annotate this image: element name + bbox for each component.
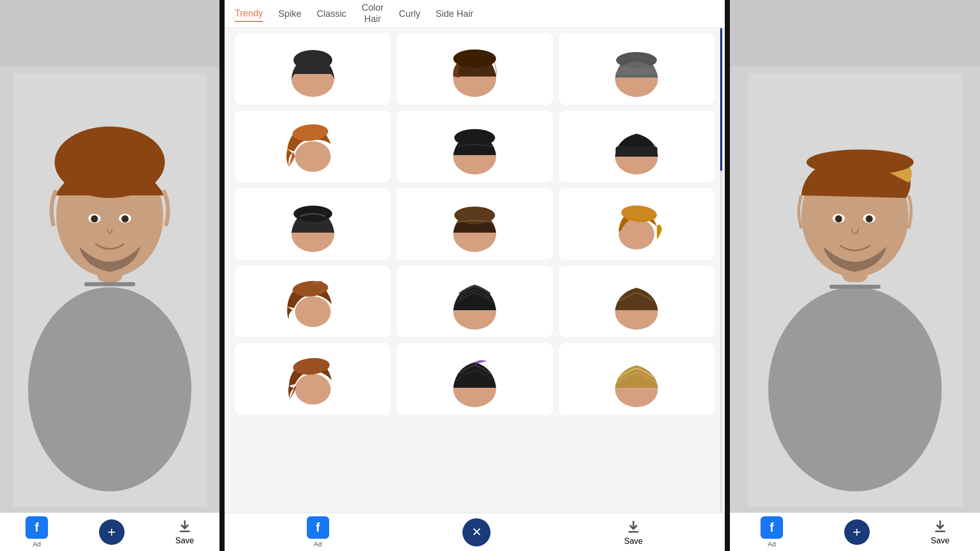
svg-point-9 — [91, 215, 98, 222]
center-fb-icon[interactable]: f — [307, 516, 329, 539]
center-close-button[interactable]: ✕ — [462, 518, 491, 546]
svg-point-46 — [806, 149, 914, 175]
left-person-illustration — [13, 73, 207, 507]
svg-point-19 — [295, 141, 331, 172]
svg-rect-52 — [935, 531, 945, 532]
svg-rect-39 — [628, 531, 639, 533]
hair-style-14-preview — [447, 351, 503, 407]
right-bottom-bar: f Ad + Save — [730, 513, 980, 551]
hair-style-13[interactable] — [235, 343, 390, 415]
left-fb-icon[interactable]: f — [26, 516, 48, 539]
hair-style-7-preview — [285, 196, 341, 252]
hair-style-12-preview — [608, 273, 665, 330]
hair-style-13-preview — [285, 351, 341, 407]
left-fb-button[interactable]: f Ad — [26, 516, 48, 548]
hair-style-8-preview — [447, 196, 503, 252]
center-bottom-bar: f Ad ✕ Save — [225, 513, 725, 551]
hair-style-7[interactable] — [235, 188, 390, 260]
scrollbar-track[interactable] — [720, 28, 722, 513]
hair-style-2[interactable] — [397, 33, 552, 105]
hair-style-11[interactable] — [397, 266, 552, 337]
svg-rect-24 — [616, 146, 657, 157]
hair-style-8[interactable] — [397, 188, 552, 260]
svg-rect-11 — [84, 282, 135, 286]
hair-style-15[interactable] — [559, 343, 715, 415]
tab-color-hair[interactable]: ColorHair — [361, 1, 383, 27]
tab-trendy[interactable]: Trendy — [235, 6, 263, 22]
tab-curly[interactable]: Curly — [399, 7, 420, 21]
hair-style-3[interactable] — [559, 33, 715, 105]
hair-style-3-preview — [608, 41, 665, 97]
right-save-icon — [932, 518, 948, 535]
center-save-label: Save — [624, 537, 643, 546]
svg-rect-12 — [180, 531, 190, 532]
hair-style-14[interactable] — [397, 343, 552, 415]
right-save-button[interactable]: Save — [931, 518, 949, 545]
hair-style-10-preview — [285, 273, 341, 330]
right-fb-icon[interactable]: f — [761, 516, 783, 539]
svg-point-16 — [453, 49, 496, 68]
hair-style-4-preview — [285, 118, 341, 174]
left-save-button[interactable]: Save — [176, 518, 194, 545]
tab-classic[interactable]: Classic — [316, 7, 346, 21]
hair-style-4[interactable] — [235, 111, 390, 182]
hair-style-6[interactable] — [559, 111, 715, 182]
hair-style-15-preview — [608, 351, 665, 407]
center-ad-label: Ad — [314, 540, 322, 548]
svg-point-22 — [454, 129, 495, 146]
right-person-illustration — [748, 73, 962, 507]
hair-grid-container[interactable] — [225, 28, 725, 513]
hair-style-5[interactable] — [397, 111, 552, 182]
hair-style-6-preview — [608, 118, 665, 174]
left-ad-label: Ad — [33, 540, 41, 548]
left-panel: f Ad + Save — [0, 0, 219, 551]
hair-style-1-preview — [285, 41, 341, 97]
tab-side-hair[interactable]: Side Hair — [435, 7, 473, 21]
svg-point-41 — [768, 287, 942, 491]
svg-point-31 — [295, 296, 331, 327]
left-save-label: Save — [176, 536, 194, 545]
left-plus-button[interactable]: + — [99, 519, 125, 545]
svg-rect-51 — [829, 285, 880, 289]
right-plus-button[interactable]: + — [844, 519, 870, 545]
scrollbar-thumb[interactable] — [720, 28, 722, 171]
left-separator — [219, 0, 225, 551]
svg-point-50 — [866, 215, 873, 222]
hair-style-12[interactable] — [559, 266, 715, 337]
svg-point-35 — [295, 374, 331, 405]
left-save-icon — [177, 518, 193, 535]
left-bottom-bar: f Ad + Save — [0, 513, 219, 551]
center-save-button[interactable]: Save — [624, 519, 643, 546]
svg-point-1 — [28, 287, 191, 491]
svg-point-49 — [835, 215, 842, 222]
hair-style-2-preview — [447, 41, 503, 97]
tab-spike[interactable]: Spike — [278, 7, 301, 21]
hair-style-9[interactable] — [559, 188, 715, 260]
hair-style-11-preview — [447, 273, 503, 330]
right-panel: f Ad + Save — [730, 0, 980, 551]
right-ad-label: Ad — [768, 540, 776, 548]
center-save-icon — [625, 519, 642, 535]
hair-style-grid — [235, 33, 715, 415]
center-panel: Trendy Spike Classic ColorHair Curly Sid… — [225, 0, 725, 551]
svg-point-10 — [121, 215, 129, 222]
hair-style-1[interactable] — [235, 33, 390, 105]
center-fb-button[interactable]: f Ad — [307, 516, 329, 548]
tab-bar: Trendy Spike Classic ColorHair Curly Sid… — [225, 0, 725, 28]
hair-style-5-preview — [447, 118, 503, 174]
right-separator — [725, 0, 730, 551]
hair-style-9-preview — [608, 196, 665, 252]
hair-style-10[interactable] — [235, 266, 390, 337]
right-fb-button[interactable]: f Ad — [761, 516, 783, 548]
right-save-label: Save — [931, 536, 949, 545]
